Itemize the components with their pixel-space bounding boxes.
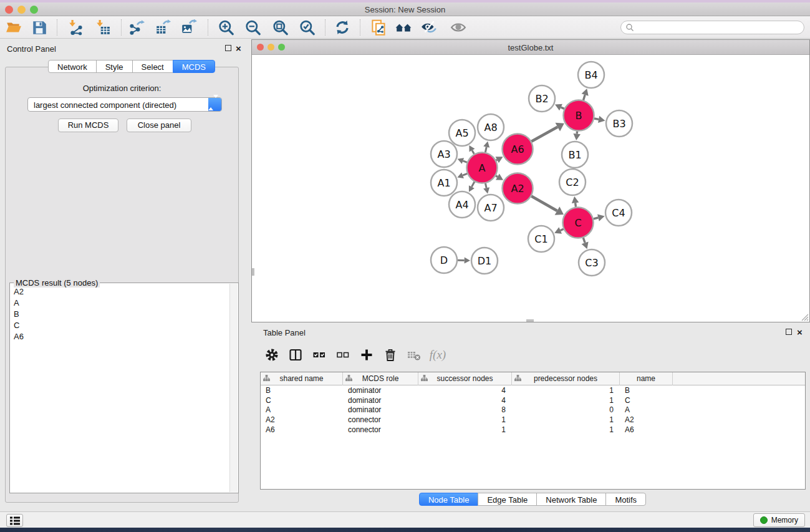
close-panel-icon[interactable]: × bbox=[236, 46, 241, 52]
tab-mcds[interactable]: MCDS bbox=[173, 60, 215, 73]
edge-A-A7[interactable] bbox=[485, 183, 486, 188]
tab-node-table[interactable]: Node Table bbox=[419, 493, 479, 506]
export-image-button[interactable] bbox=[180, 18, 198, 37]
table-row[interactable]: Cdominator41C bbox=[261, 395, 805, 405]
edge-A-A8[interactable] bbox=[485, 147, 486, 152]
tab-select[interactable]: Select bbox=[132, 60, 173, 73]
tab-network[interactable]: Network bbox=[48, 60, 97, 73]
table-row[interactable]: A2connector11A2 bbox=[261, 415, 805, 425]
network-view-window: testGlobe.txt B4B2BB3A8A5A6A3B1AC2A1A2A4… bbox=[251, 39, 810, 322]
table-settings-button[interactable] bbox=[260, 346, 284, 364]
edge-C-C4[interactable] bbox=[594, 218, 599, 219]
edge-A6-B[interactable] bbox=[531, 127, 557, 142]
graph-node-label: B2 bbox=[535, 93, 548, 105]
deselect-all-rows-button[interactable] bbox=[331, 346, 355, 364]
result-item[interactable]: A6 bbox=[11, 331, 229, 342]
edge-arrowhead bbox=[573, 133, 581, 140]
criterion-selected-value: largest connected component (directed) bbox=[34, 100, 176, 110]
close-panel-button[interactable]: Close panel bbox=[127, 118, 191, 132]
tab-edge-table[interactable]: Edge Table bbox=[478, 493, 537, 506]
close-table-panel-icon[interactable]: × bbox=[797, 329, 803, 336]
column-header-predecessor-nodes[interactable]: predecessor nodes bbox=[512, 372, 620, 385]
open-file-button[interactable] bbox=[4, 18, 23, 37]
import-table-button[interactable] bbox=[94, 18, 112, 37]
cell-shared-name: C bbox=[261, 395, 343, 405]
float-panel-icon[interactable] bbox=[225, 45, 231, 51]
dropdown-stepper-icon[interactable] bbox=[208, 98, 221, 111]
plus-icon bbox=[359, 347, 374, 362]
result-item[interactable]: A2 bbox=[11, 286, 229, 297]
home-button[interactable] bbox=[394, 18, 413, 37]
edge-B-B2[interactable] bbox=[561, 107, 564, 109]
refresh-view-button[interactable] bbox=[333, 18, 352, 37]
zoom-out-button[interactable] bbox=[243, 18, 262, 37]
graph-node-label: B4 bbox=[584, 69, 597, 81]
tab-style[interactable]: Style bbox=[96, 60, 133, 73]
resize-grip-icon[interactable] bbox=[800, 312, 809, 321]
export-table-button[interactable] bbox=[153, 18, 172, 37]
clone-network-button[interactable] bbox=[369, 18, 388, 37]
search-box[interactable] bbox=[620, 21, 804, 34]
float-table-panel-icon[interactable] bbox=[786, 329, 792, 335]
memory-button[interactable]: Memory bbox=[753, 513, 805, 527]
hide-graphics-details-button[interactable] bbox=[420, 18, 438, 37]
network-vertical-scrollbar[interactable] bbox=[252, 268, 254, 276]
result-item[interactable]: C bbox=[11, 319, 229, 331]
network-graph[interactable]: B4B2BB3A8A5A6A3B1AC2A1A2A4A7C4CC1DD1C3 bbox=[252, 55, 809, 322]
import-network-button[interactable] bbox=[66, 18, 85, 37]
select-all-rows-button[interactable] bbox=[307, 346, 331, 364]
edge-A-A4[interactable] bbox=[471, 181, 474, 186]
edge-B-B4[interactable] bbox=[583, 95, 585, 100]
edge-A2-C[interactable] bbox=[531, 196, 557, 211]
column-header-shared-name[interactable]: shared name bbox=[261, 372, 343, 385]
table-row[interactable]: Adominator80A bbox=[261, 405, 805, 415]
edge-A-A3[interactable] bbox=[463, 161, 467, 162]
show-graphics-details-button[interactable] bbox=[449, 18, 468, 37]
tab-network-table[interactable]: Network Table bbox=[536, 493, 606, 506]
show-columns-button[interactable] bbox=[284, 346, 307, 364]
table-row[interactable]: A6connector11A6 bbox=[261, 425, 805, 435]
task-history-button[interactable] bbox=[6, 514, 23, 527]
edge-C-C2[interactable] bbox=[576, 203, 576, 207]
apply-function-button[interactable]: f(x) bbox=[426, 346, 450, 364]
edge-A-A1[interactable] bbox=[463, 173, 467, 175]
search-input[interactable] bbox=[637, 23, 793, 32]
add-row-button[interactable] bbox=[355, 346, 378, 364]
memory-status-icon bbox=[760, 516, 768, 524]
table-panel-tabs: Node TableEdge TableNetwork TableMotifs bbox=[260, 493, 806, 506]
zoom-fit-button[interactable] bbox=[271, 18, 289, 37]
run-mcds-button[interactable]: Run MCDS bbox=[58, 118, 118, 132]
zoom-in-button[interactable] bbox=[216, 18, 235, 37]
graph-node-label: B bbox=[576, 110, 582, 122]
export-network-button[interactable] bbox=[127, 18, 146, 37]
zoom-selected-button[interactable] bbox=[297, 18, 316, 37]
edge-A-A2[interactable] bbox=[496, 176, 498, 177]
graph-node-label: C4 bbox=[612, 207, 625, 219]
column-header-name[interactable]: name bbox=[620, 372, 673, 385]
zoom-in-icon bbox=[218, 19, 234, 36]
result-item[interactable]: A bbox=[11, 297, 229, 308]
save-session-button[interactable] bbox=[30, 18, 49, 37]
toolbar-separator bbox=[325, 19, 325, 36]
network-horizontal-scrollbar[interactable] bbox=[526, 319, 534, 322]
edge-A-A6[interactable] bbox=[496, 160, 498, 160]
delete-row-button[interactable] bbox=[378, 346, 402, 364]
edge-B-B3[interactable] bbox=[594, 118, 599, 119]
table-row[interactable]: Bdominator41B bbox=[261, 385, 805, 395]
delete-table-button[interactable] bbox=[402, 346, 426, 364]
column-header-mcds-role[interactable]: MCDS role bbox=[343, 372, 418, 385]
column-header-successor-nodes[interactable]: successor nodes bbox=[418, 372, 512, 385]
edge-A-A5[interactable] bbox=[472, 150, 474, 154]
import-network-icon bbox=[67, 19, 84, 36]
edge-C-C1[interactable] bbox=[561, 229, 564, 230]
toolbar-separator bbox=[208, 19, 208, 36]
network-window-title-bar[interactable]: testGlobe.txt bbox=[252, 40, 809, 55]
graph-node-label: D bbox=[440, 254, 448, 266]
criterion-dropdown[interactable]: largest connected component (directed) bbox=[27, 97, 222, 112]
result-item[interactable]: B bbox=[11, 308, 229, 319]
mcds-panel: Optimization criterion: largest connecte… bbox=[5, 67, 239, 503]
tab-motifs[interactable]: Motifs bbox=[605, 493, 646, 506]
list-icon bbox=[10, 516, 20, 525]
result-scrollbar[interactable] bbox=[229, 284, 238, 492]
edge-C-C3[interactable] bbox=[583, 238, 585, 243]
